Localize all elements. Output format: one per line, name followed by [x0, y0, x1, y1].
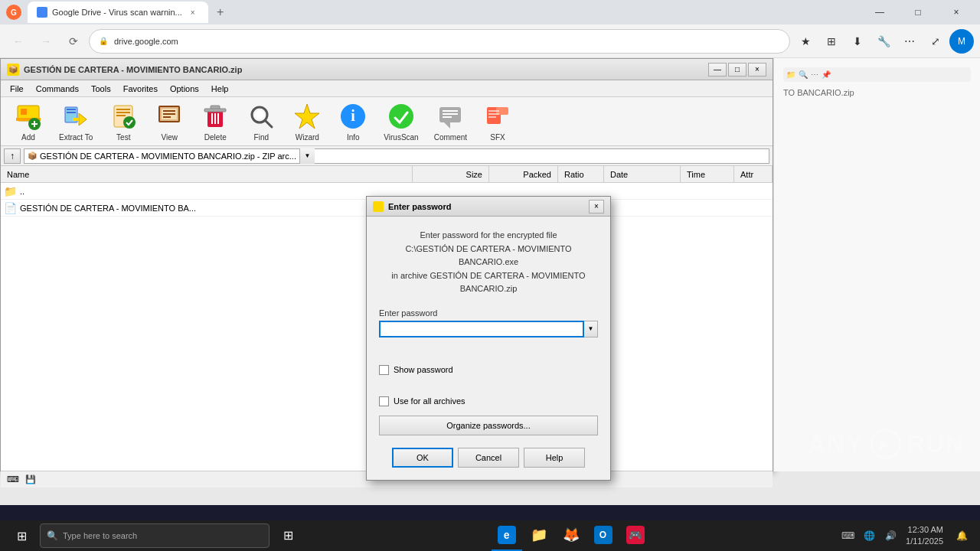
virusscan-button-label: VirusScan [384, 133, 418, 142]
toolbar-find-button[interactable]: Find [240, 98, 283, 145]
column-attr-header[interactable]: Attr [734, 166, 773, 182]
address-secure-icon: 🔒 [99, 37, 108, 45]
winrar-up-button[interactable]: ↑ [4, 148, 21, 164]
browser-tab-active[interactable]: Google Drive - Virus scan warnin... × [28, 2, 208, 23]
tray-keyboard-icon[interactable]: ⌨ [838, 527, 857, 545]
sidebar-icon[interactable]: ⤢ [923, 29, 948, 54]
test-icon [108, 101, 139, 132]
use-for-all-row: Use for all archives [379, 396, 598, 406]
column-time-header[interactable]: Time [681, 166, 734, 182]
show-password-row: Show password [379, 365, 598, 375]
system-clock[interactable]: 12:30 AM 1/11/2025 [906, 524, 943, 548]
more-tools-icon[interactable]: ⋯ [897, 29, 922, 54]
notification-button[interactable]: 🔔 [949, 523, 974, 548]
tab-close-button[interactable]: × [187, 6, 199, 18]
svg-line-29 [265, 120, 272, 127]
anyrun-text-any: ANY [808, 430, 864, 458]
column-packed-header[interactable]: Packed [489, 166, 558, 182]
svg-rect-43 [488, 113, 499, 115]
toolbar-extract-button[interactable]: Extract To [53, 98, 99, 145]
password-input[interactable] [379, 321, 584, 337]
panel-search-icon: 🔍 [799, 70, 808, 79]
menu-commands[interactable]: Commands [30, 80, 85, 96]
favorites-icon[interactable]: ★ [793, 29, 818, 54]
dialog-close-button[interactable]: × [589, 200, 604, 214]
extract-icon [60, 101, 91, 132]
taskbar-search-placeholder: Type here to search [63, 531, 137, 540]
taskbar-app6-button[interactable]: 🎮 [620, 520, 651, 551]
winrar-maximize-button[interactable]: □ [728, 63, 746, 77]
new-tab-button[interactable]: + [211, 3, 230, 21]
cancel-button[interactable]: Cancel [458, 448, 519, 468]
menu-file[interactable]: File [4, 80, 30, 96]
column-size-header[interactable]: Size [413, 166, 489, 182]
winrar-app-icon: 📦 [7, 64, 19, 76]
ok-button[interactable]: OK [392, 448, 453, 468]
app6-icon: 🎮 [626, 526, 645, 544]
taskbar-task-view-button[interactable]: ⊞ [273, 520, 303, 551]
taskbar-firefox-button[interactable]: 🦊 [556, 520, 586, 551]
winrar-close-button[interactable]: × [748, 63, 766, 77]
dialog-info-line1: Enter password for the encrypted file [379, 229, 598, 243]
toolbar-add-button[interactable]: Add [7, 98, 50, 145]
taskbar-search-box[interactable]: 🔍 Type here to search [40, 523, 270, 548]
collections-icon[interactable]: ⊞ [819, 29, 844, 54]
drive-status-icon: 💾 [25, 474, 36, 484]
taskbar-edge-button[interactable]: e [492, 520, 522, 551]
password-label: Enter password [379, 308, 598, 318]
toolbar-virusscan-button[interactable]: VirusScan [377, 98, 424, 145]
tray-icons-area: ⌨ 🌐 🔊 [838, 527, 900, 545]
taskbar-outlook-button[interactable]: O [588, 520, 619, 551]
right-panel-text: 📁 🔍 ⋯ 📌 TO BANCARIO.zip [780, 64, 974, 100]
winrar-addressbar: ↑ 📦 GESTIÓN DE CARTERA - MOVIMIENTO BANC… [1, 146, 773, 166]
password-input-dropdown[interactable]: ▼ [584, 321, 598, 337]
tray-network-icon[interactable]: 🌐 [860, 527, 878, 545]
organize-passwords-button[interactable]: Organize passwords... [379, 416, 598, 435]
browser-minimize-button[interactable]: — [862, 0, 897, 24]
anyrun-watermark: ANY ▶ RUN [808, 429, 965, 459]
view-button-label: View [162, 133, 178, 142]
address-bar[interactable]: 🔒 drive.google.com [89, 29, 790, 54]
toolbar-test-button[interactable]: Test [102, 98, 145, 145]
extensions-icon[interactable]: 🔧 [871, 29, 896, 54]
column-name-header[interactable]: Name [1, 166, 413, 182]
forward-button[interactable]: → [34, 29, 58, 54]
svg-rect-10 [73, 118, 79, 121]
address-dropdown-button[interactable]: ▼ [299, 148, 315, 164]
menu-options[interactable]: Options [164, 80, 205, 96]
toolbar-sfx-button[interactable]: SFX [476, 98, 519, 145]
svg-rect-21 [163, 116, 171, 118]
menu-help[interactable]: Help [205, 80, 235, 96]
download-icon[interactable]: ⬇ [845, 29, 870, 54]
browser-toolbar: ← → ⟳ 🔒 drive.google.com ★ ⊞ ⬇ 🔧 ⋯ ⤢ M [0, 24, 980, 58]
dialog-titlebar: Enter password × [367, 197, 610, 217]
show-password-checkbox[interactable] [379, 365, 389, 375]
column-date-header[interactable]: Date [604, 166, 681, 182]
back-button[interactable]: ← [6, 29, 31, 54]
toolbar-comment-button[interactable]: Comment [428, 98, 473, 145]
spacer [379, 347, 598, 365]
winrar-window-title: GESTIÓN DE CARTERA - MOVIMIENTO BANCARIO… [24, 65, 708, 74]
toolbar-delete-button[interactable]: Delete [194, 98, 237, 145]
winrar-minimize-button[interactable]: — [708, 63, 727, 77]
refresh-button[interactable]: ⟳ [61, 29, 86, 54]
winrar-address-field[interactable]: 📦 GESTIÓN DE CARTERA - MOVIMIENTO BANCAR… [24, 148, 769, 164]
tray-volume-icon[interactable]: 🔊 [881, 527, 900, 545]
help-button[interactable]: Help [524, 448, 585, 468]
browser-maximize-button[interactable]: □ [900, 0, 936, 24]
column-ratio-header[interactable]: Ratio [558, 166, 604, 182]
toolbar-info-button[interactable]: i Info [332, 98, 374, 145]
delete-button-label: Delete [204, 133, 227, 142]
menu-favorites[interactable]: Favorites [117, 80, 164, 96]
wizard-button-label: Wizard [296, 133, 319, 142]
toolbar-view-button[interactable]: View [148, 98, 191, 145]
start-button[interactable]: ⊞ [6, 520, 37, 551]
taskbar: ⊞ 🔍 Type here to search ⊞ e 📁 🦊 O � [0, 520, 980, 551]
use-for-all-checkbox[interactable] [379, 396, 389, 406]
menu-tools[interactable]: Tools [85, 80, 117, 96]
taskbar-explorer-button[interactable]: 📁 [524, 520, 554, 551]
use-for-all-label: Use for all archives [394, 396, 466, 406]
browser-close-button[interactable]: × [939, 0, 974, 24]
profile-icon[interactable]: M [949, 29, 974, 54]
toolbar-wizard-button[interactable]: Wizard [286, 98, 328, 145]
